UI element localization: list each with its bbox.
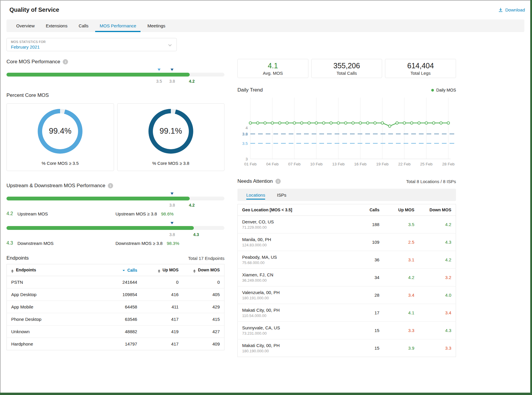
- info-icon[interactable]: i: [63, 59, 68, 64]
- mos-bar-fill: [6, 226, 194, 230]
- percent-core-cards: 99.4%% Core MOS ≥ 3.599.1%% Core MOS ≥ 3…: [6, 103, 224, 171]
- column-label: Down MOS: [198, 268, 220, 272]
- down-mos-cell: 4.2: [419, 216, 456, 233]
- column-header-geo-location-mos-3-5[interactable]: Geo Location [MOS < 3.5]: [238, 204, 351, 216]
- calls-cell: 15: [351, 322, 384, 339]
- svg-text:4: 4: [245, 126, 248, 130]
- down-mos-cell: 3.4: [419, 304, 456, 322]
- stat-value: 614,404: [407, 62, 434, 70]
- sort-desc-icon: [123, 270, 125, 271]
- location-row: Makati City, 00, PH110.54.000.00174.13.4: [238, 304, 456, 322]
- table-row: Unknown48882419427: [7, 326, 224, 338]
- calls-cell: 17: [351, 304, 384, 322]
- down-mos-cell: 409: [183, 338, 224, 350]
- bar-value-label: 4.2: [189, 203, 194, 208]
- mos-label: Downstream MOS: [17, 241, 54, 246]
- updown-bar: 3.84.3: [6, 221, 224, 239]
- up-mos-cell: 4.2: [384, 269, 419, 286]
- table-row: App Desktop109854416405: [7, 288, 224, 301]
- info-icon[interactable]: i: [275, 179, 281, 184]
- dropdown-label: MOS STATISTICS FOR: [11, 40, 172, 44]
- mos-threshold-summary: Downstream MOS ≥ 3.898.3%: [115, 241, 179, 246]
- info-icon[interactable]: i: [108, 183, 113, 188]
- column-header-up-mos[interactable]: Up MOS: [384, 204, 419, 216]
- stat-card-total-calls: 355,206Total Calls: [311, 59, 382, 78]
- endpoint-name-cell: PSTN: [7, 276, 98, 288]
- tab-locations[interactable]: Locations: [246, 189, 265, 201]
- mos-bar-fill: [6, 73, 190, 77]
- tab-isps[interactable]: ISPs: [277, 189, 286, 201]
- page-header: Quality of Service Download: [1, 1, 530, 13]
- table-row: Hardphone14797417409: [7, 338, 224, 350]
- tab-overview[interactable]: Overview: [11, 19, 40, 32]
- tab-mos-performance[interactable]: MOS Performance: [94, 19, 142, 32]
- location-ip: 110.54.000.00: [242, 313, 347, 318]
- needs-attention-title: Needs Attention: [237, 178, 273, 184]
- right-column: 4.1Avg. MOS355,206Total Calls614,404Tota…: [237, 59, 456, 357]
- column-header-up-mos[interactable]: Up MOS: [142, 264, 183, 276]
- needs-attention-table: Geo Location [MOS < 3.5]CallsUp MOSDown …: [237, 204, 456, 357]
- threshold-label: 3.8: [169, 232, 175, 237]
- bar-value-label: 4.3: [193, 232, 199, 237]
- updown-labels: 4.2Upstream MOSUpstream MOS ≥ 3.898.6%: [6, 210, 224, 217]
- dashboard-content: Core MOS Performance i 3.53.84.2 Percent…: [1, 51, 530, 357]
- column-label: Up MOS: [163, 268, 179, 272]
- up-mos-cell: 4.1: [384, 304, 419, 322]
- needs-attention-section: Needs Attention i Total 8 Locations / 8 …: [237, 178, 456, 357]
- desktop-edge: [530, 0, 532, 395]
- location-name: Xiamen, FJ, CN: [242, 272, 347, 277]
- stat-card-avg-mos: 4.1Avg. MOS: [237, 59, 308, 78]
- endpoint-name-cell: Hardphone: [7, 338, 98, 350]
- location-ip: 180.191.000.00: [242, 296, 347, 300]
- location-name: Peabody, MA, US: [242, 255, 347, 260]
- up-mos-cell: 3.5: [384, 216, 419, 233]
- down-mos-cell: 427: [183, 326, 224, 338]
- column-header-calls[interactable]: Calls: [98, 264, 142, 276]
- location-name: Manila, 00, PH: [242, 237, 347, 242]
- threshold-percent: 98.3%: [167, 241, 179, 246]
- svg-text:13 Feb: 13 Feb: [332, 162, 345, 166]
- table-row: Phone Desktop63546417415: [7, 313, 224, 326]
- daily-trend-chart: 01 Feb04 Feb07 Feb10 Feb13 Feb16 Feb19 F…: [237, 95, 456, 170]
- tab-extensions[interactable]: Extensions: [40, 19, 73, 32]
- svg-text:01 Feb: 01 Feb: [244, 162, 257, 166]
- main-tabbar: OverviewExtensionsCallsMOS PerformanceMe…: [6, 19, 524, 32]
- threshold-marker-icon: [171, 69, 174, 71]
- core-mos-section: Core MOS Performance i 3.53.84.2: [6, 59, 224, 85]
- tab-meetings[interactable]: Meetings: [142, 19, 171, 32]
- percent-core-card: 99.1%% Core MOS ≥ 3.8: [117, 103, 225, 171]
- calls-cell: 48882: [98, 326, 142, 338]
- geo-location-cell: Manila, 00, PH124.83.000.00: [238, 233, 351, 251]
- summary-cards: 4.1Avg. MOS355,206Total Calls614,404Tota…: [237, 59, 456, 78]
- geo-location-cell: Peabody, MA, US75.68.000.00: [238, 251, 351, 269]
- location-row: Peabody, MA, US75.68.000.00363.14.2: [238, 251, 456, 269]
- mos-threshold-summary: Upstream MOS ≥ 3.898.6%: [115, 211, 174, 216]
- threshold-percent: 98.6%: [161, 211, 174, 216]
- down-mos-cell: 4.3: [419, 233, 456, 251]
- updown-bar: 3.84.2: [6, 192, 224, 209]
- column-header-endpoints[interactable]: Endpoints: [7, 264, 98, 276]
- download-button[interactable]: Download: [498, 7, 525, 12]
- core-mos-bar: 3.53.84.2: [6, 68, 224, 85]
- column-header-down-mos[interactable]: Down MOS: [183, 264, 224, 276]
- tab-calls[interactable]: Calls: [73, 19, 94, 32]
- calls-cell: 63546: [98, 313, 142, 326]
- download-icon: [498, 8, 503, 12]
- donut-chart: 99.1%: [148, 109, 193, 154]
- calls-cell: 28: [351, 286, 384, 304]
- mos-statistics-dropdown[interactable]: MOS STATISTICS FOR February 2021: [6, 38, 177, 51]
- endpoints-table-body: PSTN24164400App Desktop109854416405App M…: [7, 276, 224, 350]
- mos-bar-track: [6, 226, 224, 230]
- svg-text:3: 3: [245, 157, 248, 161]
- donut-caption: % Core MOS ≥ 3.5: [42, 161, 79, 166]
- endpoint-name-cell: App Mobile: [7, 301, 98, 313]
- threshold-label: Downstream MOS ≥ 3.8: [115, 241, 163, 246]
- needs-attention-table-body: Denver, CO, US71.229.000.001883.54.2Mani…: [238, 216, 456, 357]
- column-header-calls[interactable]: Calls: [351, 204, 384, 216]
- location-ip: 180.190.000.00: [242, 349, 347, 353]
- updown-section: Upstream & Downstream MOS Performance i …: [6, 183, 224, 246]
- geo-location-cell: Makati City, 00, PH180.190.000.00: [238, 339, 351, 357]
- column-header-down-mos[interactable]: Down MOS: [419, 204, 456, 216]
- donut-value: 99.1%: [148, 109, 193, 154]
- chevron-down-icon: [167, 42, 173, 49]
